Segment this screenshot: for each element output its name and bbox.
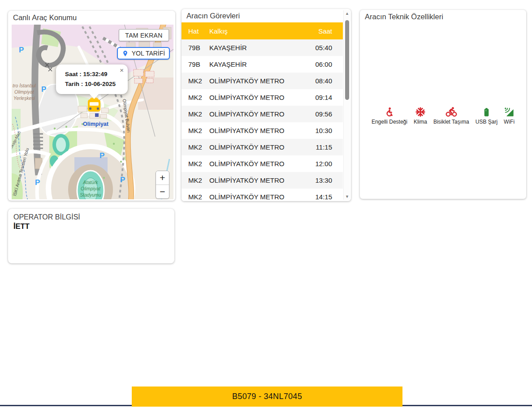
- scrollbar-thumb[interactable]: [345, 20, 349, 100]
- vehicle-tooltip: Saat : 15:32:49 Tarih : 10-06-2025 ×: [56, 64, 128, 94]
- bicycle-icon: [445, 107, 457, 117]
- hat-cell: MK2: [182, 139, 208, 155]
- wifi-icon: [504, 107, 515, 117]
- map-label-stadium: Atatürk: [82, 180, 98, 185]
- tooltip-pointer: [89, 94, 99, 99]
- snowflake-icon: [415, 107, 426, 117]
- table-row[interactable]: 79BKAYAŞEHİR05:40: [182, 39, 343, 56]
- saat-cell: 09:56: [302, 106, 343, 122]
- zoom-out-button[interactable]: −: [156, 185, 169, 198]
- kalkis-cell: OLİMPİYATKÖY METRO: [208, 189, 302, 201]
- hat-cell: 79B: [182, 56, 208, 73]
- technical-features-panel: Aracın Teknik Özellikleri Engelli Desteğ…: [360, 10, 526, 199]
- operator-name: İETT: [8, 221, 174, 232]
- kalkis-cell: OLİMPİYATKÖY METRO: [208, 89, 302, 106]
- map-label-stadium: Olimpiyat: [81, 186, 101, 191]
- table-row[interactable]: MK2OLİMPİYATKÖY METRO09:56: [182, 106, 343, 122]
- table-row[interactable]: 79BKAYAŞEHİR06:00: [182, 56, 343, 73]
- scroll-down-icon[interactable]: ▼: [344, 193, 350, 200]
- saat-cell: 06:00: [302, 56, 343, 73]
- saat-cell: 08:40: [302, 73, 343, 89]
- kalkis-cell: OLİMPİYATKÖY METRO: [208, 155, 302, 172]
- feature-climate: Klima: [414, 107, 427, 125]
- table-row[interactable]: MK2OLİMPİYATKÖY METRO08:40: [182, 73, 343, 89]
- column-header-kalkis: Kalkış: [208, 22, 302, 39]
- zoom-in-button[interactable]: +: [156, 171, 169, 185]
- parking-marker: P: [120, 176, 125, 184]
- map-zoom-controls: + −: [156, 171, 169, 199]
- saat-cell: 09:14: [302, 89, 343, 106]
- parking-marker: P: [35, 178, 40, 187]
- hat-cell: MK2: [182, 122, 208, 139]
- map-label-station: Olimpiyat: [83, 121, 109, 127]
- kalkis-cell: OLİMPİYATKÖY METRO: [208, 172, 302, 189]
- saat-cell: 13:30: [302, 172, 343, 189]
- table-row[interactable]: MK2OLİMPİYATKÖY METRO10:30: [182, 122, 343, 139]
- table-row[interactable]: MK2OLİMPİYATKÖY METRO12:00: [182, 155, 343, 172]
- hat-cell: MK2: [182, 89, 208, 106]
- vehicle-tasks-panel: Aracın Görevleri Hat Kalkış Saat 79BKAYA…: [182, 9, 351, 201]
- wheelchair-icon: [384, 107, 394, 117]
- kalkis-cell: KAYAŞEHİR: [208, 56, 302, 73]
- feature-wifi: WiFi: [504, 107, 515, 125]
- feature-label: Bisiklet Taşıma: [433, 119, 469, 125]
- map-canvas[interactable]: P P P P P tro İstanbul Olimpiyat Yerleşk…: [12, 25, 173, 199]
- table-row[interactable]: MK2OLİMPİYATKÖY METRO11:15: [182, 139, 343, 155]
- panel-title-features: Aracın Teknik Özellikleri: [360, 10, 526, 23]
- parking-marker: P: [19, 46, 24, 54]
- panel-title-tasks: Aracın Görevleri: [182, 9, 351, 22]
- live-location-panel: Canlı Araç Konumu: [8, 11, 175, 201]
- hat-cell: MK2: [182, 189, 208, 201]
- kalkis-cell: OLİMPİYATKÖY METRO: [208, 73, 302, 89]
- table-header-row: Hat Kalkış Saat: [182, 22, 343, 39]
- kalkis-cell: OLİMPİYATKÖY METRO: [208, 122, 302, 139]
- tasks-table: Hat Kalkış Saat 79BKAYAŞEHİR05:4079BKAYA…: [182, 22, 343, 201]
- map-label-campus: Olimpiyat: [14, 89, 35, 94]
- parking-marker: P: [41, 85, 46, 94]
- operator-panel-title: OPERATOR BİLGİSİ: [8, 209, 174, 221]
- hat-cell: 79B: [182, 39, 208, 56]
- saat-cell: 11:15: [302, 139, 343, 155]
- vertical-scrollbar[interactable]: ▲ ▼: [343, 10, 350, 200]
- feature-usb-charge: USB Şarj: [476, 107, 497, 125]
- vehicle-id-bar: B5079 - 34NL7045: [132, 387, 402, 407]
- feature-label: Klima: [414, 119, 427, 125]
- table-row[interactable]: MK2OLİMPİYATKÖY METRO09:14: [182, 89, 343, 106]
- saat-cell: 05:40: [302, 39, 343, 56]
- saat-cell: 10:30: [302, 122, 343, 139]
- kalkis-cell: OLİMPİYATKÖY METRO: [208, 106, 302, 122]
- feature-accessibility: Engelli Desteği: [372, 107, 407, 125]
- location-pin-icon: [122, 50, 129, 57]
- panel-title-live-location: Canlı Araç Konumu: [8, 11, 175, 24]
- fullscreen-button[interactable]: TAM EKRAN: [119, 29, 169, 41]
- tooltip-date: Tarih : 10-06-2025: [65, 79, 121, 89]
- feature-label: Engelli Desteği: [372, 119, 407, 125]
- hat-cell: MK2: [182, 106, 208, 122]
- tasks-table-body: 79BKAYAŞEHİR05:4079BKAYAŞEHİR06:00MK2OLİ…: [182, 39, 343, 201]
- table-row[interactable]: MK2OLİMPİYATKÖY METRO13:30: [182, 172, 343, 189]
- tasks-table-viewport: Hat Kalkış Saat 79BKAYAŞEHİR05:4079BKAYA…: [182, 22, 343, 201]
- features-row: Engelli Desteği Klima Bisiklet Taşıma US…: [360, 107, 526, 125]
- saat-cell: 12:00: [302, 155, 343, 172]
- kalkis-cell: OLİMPİYATKÖY METRO: [208, 139, 302, 155]
- directions-button[interactable]: YOL TARİFİ: [117, 47, 170, 60]
- tooltip-time: Saat : 15:32:49: [65, 69, 121, 79]
- parking-marker: P: [99, 151, 104, 160]
- saat-cell: 14:15: [302, 189, 343, 201]
- map-label-campus: Yerleşkesi: [13, 95, 35, 101]
- map-label-campus: tro İstanbul: [13, 83, 36, 88]
- kalkis-cell: KAYAŞEHİR: [208, 39, 302, 56]
- battery-icon: [482, 107, 491, 117]
- hat-cell: MK2: [182, 172, 208, 189]
- close-icon[interactable]: ×: [120, 66, 124, 74]
- column-header-hat: Hat: [182, 22, 208, 39]
- feature-bicycle: Bisiklet Taşıma: [433, 107, 469, 125]
- vehicle-id-label: B5079 - 34NL7045: [232, 392, 302, 401]
- table-row[interactable]: MK2OLİMPİYATKÖY METRO14:15: [182, 189, 343, 201]
- hat-cell: MK2: [182, 73, 208, 89]
- map-label-stadium: Stadyumu: [80, 192, 101, 198]
- scroll-up-icon[interactable]: ▲: [344, 10, 350, 17]
- hat-cell: MK2: [182, 155, 208, 172]
- operator-info-panel: OPERATOR BİLGİSİ İETT: [8, 209, 174, 263]
- feature-label: USB Şarj: [476, 119, 497, 125]
